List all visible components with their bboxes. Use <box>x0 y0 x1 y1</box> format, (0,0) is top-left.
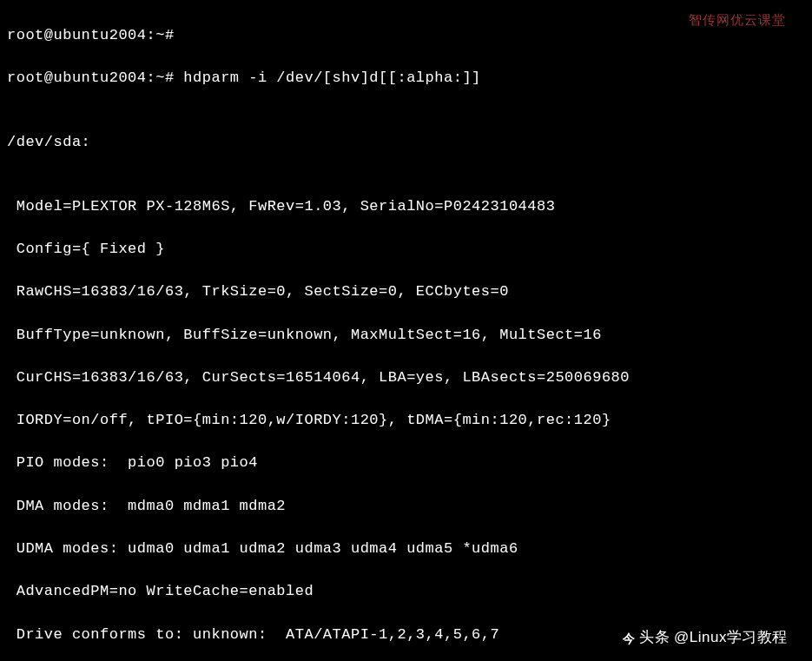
output-line: PIO modes: pio0 pio3 pio4 <box>7 453 805 474</box>
output-line: IORDY=on/off, tPIO={min:120,w/IORDY:120}… <box>7 410 805 432</box>
output-line: UDMA modes: udma0 udma1 udma2 udma3 udma… <box>7 539 805 560</box>
output-line: Config={ Fixed } <box>7 239 805 261</box>
output-line: RawCHS=16383/16/63, TrkSize=0, SectSize=… <box>7 281 805 303</box>
output-line: DMA modes: mdma0 mdma1 mdma2 <box>7 496 805 518</box>
output-line: CurCHS=16383/16/63, CurSects=16514064, L… <box>7 367 805 389</box>
watermark-top: 智传网优云课堂 <box>689 10 786 30</box>
output-line: Model=PLEXTOR PX-128M6S, FwRev=1.03, Ser… <box>7 196 805 218</box>
device-header-sda: /dev/sda: <box>7 132 805 154</box>
watermark-handle: @Linux学习教程 <box>674 627 788 649</box>
toutiao-icon: 今 <box>623 630 636 647</box>
command-line: root@ubuntu2004:~# hdparm -i /dev/[shv]d… <box>7 68 805 89</box>
output-line: BuffType=unknown, BuffSize=unknown, MaxM… <box>7 325 805 347</box>
watermark-bottom: 今 头条 @Linux学习教程 <box>623 627 788 649</box>
output-line: AdvancedPM=no WriteCache=enabled <box>7 581 805 603</box>
prompt-line: root@ubuntu2004:~# <box>7 25 805 47</box>
terminal-output[interactable]: root@ubuntu2004:~# root@ubuntu2004:~# hd… <box>7 3 805 661</box>
watermark-prefix: 头条 <box>639 627 670 649</box>
